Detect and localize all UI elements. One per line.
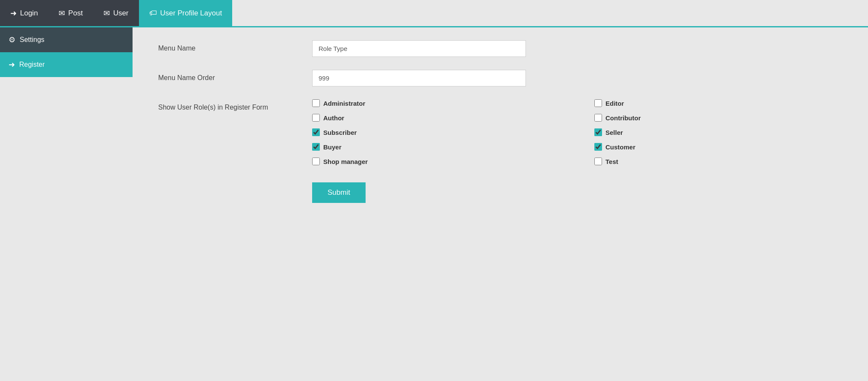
menu-name-control (312, 40, 526, 57)
menu-name-order-label: Menu Name Order (158, 70, 312, 82)
checkbox-editor-label: Editor (605, 100, 624, 107)
sidebar-item-register-label: Register (19, 61, 45, 68)
tab-login[interactable]: ➜ Login (0, 0, 48, 26)
tab-post[interactable]: ✉ Post (48, 0, 93, 26)
register-icon: ➜ (9, 60, 15, 69)
tab-bar: ➜ Login ✉ Post ✉ User 🏷 User Profile Lay… (0, 0, 868, 27)
checkbox-seller[interactable]: Seller (594, 128, 842, 136)
tab-user-profile-layout-label: User Profile Layout (160, 9, 222, 18)
checkbox-customer-label: Customer (605, 143, 635, 151)
sidebar-item-settings-label: Settings (20, 36, 44, 44)
menu-name-order-input[interactable] (312, 70, 526, 86)
checkbox-subscriber-label: Subscriber (323, 129, 357, 136)
user-icon: ✉ (103, 9, 110, 18)
checkbox-administrator-input[interactable] (312, 99, 320, 107)
tab-user-label: User (113, 9, 129, 18)
checkbox-shop-manager-label: Shop manager (323, 158, 368, 165)
checkbox-shop-manager[interactable]: Shop manager (312, 158, 560, 165)
checkbox-administrator[interactable]: Administrator (312, 99, 560, 107)
menu-name-input[interactable] (312, 40, 526, 57)
checkbox-shop-manager-input[interactable] (312, 158, 320, 165)
checkbox-author-label: Author (323, 114, 344, 122)
main-layout: ⚙ Settings ➜ Register Menu Name Menu Nam… (0, 27, 868, 381)
menu-name-order-control (312, 70, 526, 86)
sidebar: ⚙ Settings ➜ Register (0, 27, 133, 381)
roles-label: Show User Role(s) in Register Form (158, 99, 312, 111)
checkbox-seller-input[interactable] (594, 128, 602, 136)
checkbox-buyer-label: Buyer (323, 143, 342, 151)
checkbox-buyer-input[interactable] (312, 143, 320, 151)
checkbox-author-input[interactable] (312, 114, 320, 122)
checkbox-author[interactable]: Author (312, 114, 560, 122)
tab-user[interactable]: ✉ User (93, 0, 139, 26)
checkbox-subscriber-input[interactable] (312, 128, 320, 136)
menu-name-label: Menu Name (158, 40, 312, 52)
checkbox-contributor-input[interactable] (594, 114, 602, 122)
post-icon: ✉ (59, 9, 65, 18)
checkbox-test-label: Test (605, 158, 618, 165)
settings-icon: ⚙ (9, 35, 15, 45)
submit-container: Submit (312, 178, 842, 203)
checkbox-contributor-label: Contributor (605, 114, 641, 122)
content-area: Menu Name Menu Name Order Show User Role… (133, 27, 868, 381)
checkbox-seller-label: Seller (605, 129, 623, 136)
checkbox-editor[interactable]: Editor (594, 99, 842, 107)
checkbox-subscriber[interactable]: Subscriber (312, 128, 560, 136)
tab-login-label: Login (20, 9, 38, 18)
checkbox-customer-input[interactable] (594, 143, 602, 151)
checkbox-contributor[interactable]: Contributor (594, 114, 842, 122)
checkbox-editor-input[interactable] (594, 99, 602, 107)
tab-user-profile-layout[interactable]: 🏷 User Profile Layout (139, 0, 233, 26)
profile-layout-icon: 🏷 (149, 9, 157, 18)
roles-row: Show User Role(s) in Register Form Admin… (158, 99, 842, 165)
checkbox-test-input[interactable] (594, 158, 602, 165)
checkbox-buyer[interactable]: Buyer (312, 143, 560, 151)
tab-post-label: Post (68, 9, 83, 18)
checkbox-customer[interactable]: Customer (594, 143, 842, 151)
login-icon: ➜ (10, 9, 17, 18)
checkbox-test[interactable]: Test (594, 158, 842, 165)
submit-button[interactable]: Submit (312, 182, 366, 203)
roles-checkbox-grid: Administrator Editor Author Contributor (312, 99, 842, 165)
checkbox-administrator-label: Administrator (323, 100, 365, 107)
menu-name-order-row: Menu Name Order (158, 70, 842, 86)
sidebar-item-settings[interactable]: ⚙ Settings (0, 27, 133, 52)
menu-name-row: Menu Name (158, 40, 842, 57)
sidebar-item-register[interactable]: ➜ Register (0, 52, 133, 77)
